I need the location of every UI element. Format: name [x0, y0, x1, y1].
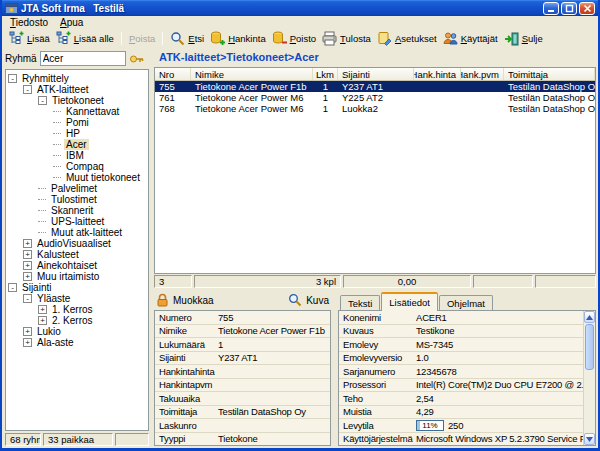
tree-node-muut-atk-laitteet[interactable]: Muut atk-laitteet [6, 227, 148, 238]
table-body: 755Tietokone Acer Power F1b1Y237 AT1Test… [155, 81, 595, 273]
tree-node-sijainti[interactable]: -Sijainti [6, 282, 148, 293]
toolbar-button-hankinta[interactable]: Hankinta [207, 30, 269, 47]
detail-label: Emolevyversio [339, 352, 413, 363]
key-icon[interactable] [129, 52, 145, 66]
tree-node-ibm[interactable]: IBM [6, 150, 148, 161]
tree-node-palvelimet[interactable]: Palvelimet [6, 183, 148, 194]
tree-node-2-kerros[interactable]: +2. Kerros [6, 315, 148, 326]
toolbar-button-label: Käyttäjät [461, 33, 498, 44]
tree-expand-icon[interactable]: + [23, 261, 32, 270]
sidebar: Ryhmä -Ryhmittely-ATK-laitteet-Tietokone… [2, 48, 150, 448]
column-header-hank-pvm[interactable]: Hank.pvm [461, 68, 504, 80]
tab-teksti[interactable]: Teksti [340, 295, 380, 310]
tree-node-audiovisuaaliset[interactable]: +AudioVisuaaliset [6, 238, 148, 249]
tree-node-ryhmittely[interactable]: -Ryhmittely [6, 73, 148, 84]
minimize-button[interactable] [543, 2, 559, 15]
window-title: JTA Soft Irma Testilä [21, 3, 540, 14]
tree-node-atk-laitteet[interactable]: -ATK-laitteet [6, 84, 148, 95]
tree-expand-icon[interactable]: + [38, 305, 47, 314]
tree-collapse-icon[interactable]: - [8, 283, 17, 292]
table-row[interactable]: 761Tietokone Acer Power M61Y225 AT2Testi… [155, 92, 595, 103]
toolbar-button-lisaa-alle[interactable]: Lisää alle [53, 30, 117, 47]
toolbar-button-sulje[interactable]: Sulje [501, 30, 546, 47]
column-header-hank-hinta[interactable]: Hank.hinta [414, 68, 461, 80]
tab-ohjelmat[interactable]: Ohjelmat [439, 295, 493, 310]
tree-node-label: 1. Kerros [50, 304, 95, 315]
toolbar-button-label: Poisto [290, 33, 316, 44]
detail-label: Numero [155, 312, 215, 323]
tree-expand-icon[interactable]: + [38, 316, 47, 325]
toolbar-button-poisto[interactable]: Poisto [269, 30, 319, 47]
edit-button[interactable]: Muokkaa [156, 293, 214, 307]
tree-expand-icon[interactable]: + [23, 250, 32, 259]
detail-row-teho: Teho2,54 [339, 392, 583, 406]
tree-collapse-icon[interactable]: - [23, 294, 32, 303]
tree-node-label: Lukio [35, 326, 63, 337]
tree-node-ainekohtaiset[interactable]: +Ainekohtaiset [6, 260, 148, 271]
detail-label: Sarjanumero [339, 366, 413, 377]
tree-expand-icon[interactable]: + [23, 327, 32, 336]
table-row[interactable]: 768Tietokone Acer Power M61Luokka2Testil… [155, 103, 595, 114]
menu-tiedosto[interactable]: Tiedosto [4, 17, 54, 28]
tree-collapse-icon[interactable]: - [8, 74, 17, 83]
scroll-up-icon[interactable] [584, 311, 595, 323]
tree-collapse-icon[interactable]: - [23, 85, 32, 94]
toolbar-button-tulosta[interactable]: Tulosta [319, 30, 374, 47]
image-button-label: Kuva [306, 295, 329, 306]
table-cell: 761 [155, 92, 191, 103]
column-header-lkm[interactable]: Lkm [313, 68, 338, 80]
tree-node-lukio[interactable]: +Lukio [6, 326, 148, 337]
menu-apua[interactable]: Apua [54, 17, 89, 28]
group-search-input[interactable] [40, 51, 126, 66]
detail-action-row: Muokkaa Kuva [154, 290, 331, 310]
tree-connector [38, 210, 46, 211]
tree-node-tulostimet[interactable]: Tulostimet [6, 194, 148, 205]
disk-usage-progress: 11% [416, 420, 444, 431]
close-button[interactable] [579, 2, 595, 15]
tree-node-kalusteet[interactable]: +Kalusteet [6, 249, 148, 260]
tree-node-tietokoneet[interactable]: -Tietokoneet [6, 95, 148, 106]
tree-node-1-kerros[interactable]: +1. Kerros [6, 304, 148, 315]
tree-connector [38, 232, 46, 233]
table-header-row: NroNimikeLkmSijaintiHank.hintaHank.pvmTo… [155, 68, 595, 81]
table-row[interactable]: 755Tietokone Acer Power F1b1Y237 AT1Test… [155, 81, 595, 92]
toolbar-button-etsi[interactable]: Etsi [167, 30, 207, 47]
image-button[interactable]: Kuva [288, 293, 329, 307]
toolbar-button-lisaa[interactable]: Lisää [6, 30, 53, 47]
detail-label: Levytila [339, 420, 413, 431]
tree-node-acer[interactable]: Acer [6, 139, 148, 150]
tree-node-kannettavat[interactable]: Kannettavat [6, 106, 148, 117]
tree-node-muut-tietokoneet[interactable]: Muut tietokoneet [6, 172, 148, 183]
tree-expand-icon[interactable]: + [23, 338, 32, 347]
tree-node-ala-aste[interactable]: +Ala-aste [6, 337, 148, 348]
tree-node-label: Compaq [64, 161, 106, 172]
tree-node-compaq[interactable]: Compaq [6, 161, 148, 172]
scrollbar-track[interactable] [584, 371, 595, 433]
tree-node-pomi[interactable]: Pomi [6, 117, 148, 128]
toolbar-button-asetukset[interactable]: Asetukset [374, 30, 440, 47]
column-header-nimike[interactable]: Nimike [191, 68, 313, 80]
column-header-toimittaja[interactable]: Toimittaja [504, 68, 595, 80]
detail-row-emolevyversio: Emolevyversio1.0 [339, 352, 583, 366]
tab-lis-tiedot[interactable]: Lisätiedot [381, 292, 438, 311]
column-header-sijainti[interactable]: Sijainti [338, 68, 414, 80]
tree-node-hp[interactable]: HP [6, 128, 148, 139]
title-bar[interactable]: JTA Soft Irma Testilä [2, 0, 598, 16]
toolbar-button-kayttajat[interactable]: Käyttäjät [440, 30, 501, 47]
scroll-down-icon[interactable] [584, 433, 595, 445]
tree-expand-icon[interactable]: + [23, 239, 32, 248]
tree-expand-icon[interactable]: + [23, 272, 32, 281]
detail-value: 755 [215, 312, 330, 323]
table-status-bar: 33 kpl0,00 [154, 275, 596, 288]
detail-label: Käyttöjärjestelmä [339, 433, 413, 444]
tree-collapse-icon[interactable]: - [38, 96, 47, 105]
scrollbar-thumb[interactable] [585, 324, 594, 370]
tree-node-yl-aste[interactable]: -Yläaste [6, 293, 148, 304]
column-header-nro[interactable]: Nro [155, 68, 191, 80]
details-scrollbar[interactable] [583, 311, 595, 445]
maximize-button[interactable] [561, 2, 577, 15]
tree-node-skannerit[interactable]: Skannerit [6, 205, 148, 216]
tree-node-ups-laitteet[interactable]: UPS-laitteet [6, 216, 148, 227]
tree-node-muu-irtaimisto[interactable]: +Muu irtaimisto [6, 271, 148, 282]
menu-bar: TiedostoApua [2, 16, 598, 29]
